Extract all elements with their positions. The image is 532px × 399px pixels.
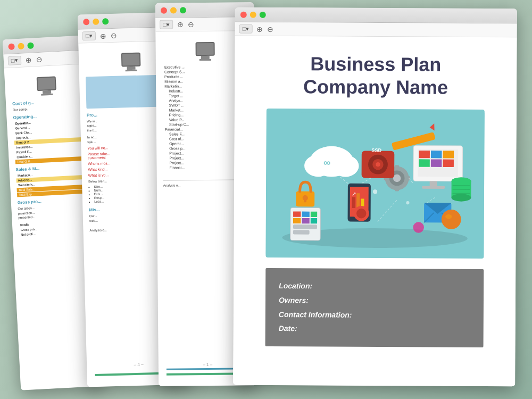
svg-rect-47 [293, 230, 310, 235]
svg-point-4 [331, 155, 359, 177]
close-button-1[interactable] [8, 43, 15, 50]
svg-rect-27 [395, 165, 399, 170]
svg-rect-42 [311, 212, 317, 217]
cover-footer: Location: Owners: Contact Information: D… [265, 268, 484, 347]
gross-text: Our gross...projection...presented... [18, 203, 88, 220]
svg-rect-38 [304, 198, 306, 202]
tech-svg: ∞ [265, 109, 484, 259]
svg-rect-14 [430, 181, 437, 187]
footer-location: Location: [279, 279, 470, 294]
svg-point-63 [413, 222, 424, 234]
business-plan-title: Business Plan Company Name [261, 52, 490, 99]
titlebar-4 [235, 7, 517, 24]
svg-rect-46 [293, 225, 317, 229]
minimize-button-4[interactable] [250, 11, 256, 18]
svg-rect-11 [419, 160, 430, 167]
maximize-button-1[interactable] [27, 42, 34, 49]
maximize-button-2[interactable] [102, 18, 109, 24]
svg-rect-21 [356, 194, 360, 209]
close-button-4[interactable] [240, 11, 247, 18]
svg-rect-44 [302, 218, 309, 223]
svg-point-26 [393, 174, 401, 182]
minimize-button-2[interactable] [93, 18, 99, 24]
footer-owners: Owners: [279, 293, 470, 308]
document-window-4: □▾ ⊕ ⊖ Business Plan Company Name [233, 7, 517, 387]
zoom-out-icon-2[interactable]: ⊖ [110, 31, 117, 39]
svg-rect-8 [419, 151, 430, 158]
svg-rect-20 [352, 197, 355, 209]
svg-rect-40 [293, 212, 301, 217]
svg-point-64 [373, 190, 377, 194]
minimize-button-1[interactable] [18, 43, 24, 49]
view-button-1[interactable]: □▾ [7, 56, 21, 65]
svg-point-66 [406, 201, 409, 204]
footer-contact: Contact Information: [279, 307, 470, 322]
svg-text:SSD: SSD [371, 148, 381, 153]
svg-rect-9 [431, 151, 442, 158]
maximize-button-3[interactable] [180, 7, 186, 13]
svg-rect-10 [443, 151, 454, 159]
close-button-2[interactable] [83, 19, 89, 25]
zoom-out-icon-1[interactable]: ⊖ [36, 55, 43, 64]
footer-date: Date: [279, 321, 470, 336]
zoom-in-icon-2[interactable]: ⊕ [99, 31, 106, 40]
svg-rect-13 [443, 160, 454, 167]
svg-rect-30 [406, 176, 410, 180]
svg-text:∞: ∞ [323, 157, 330, 168]
cover-image: ∞ [265, 109, 484, 259]
view-button-3[interactable]: □▾ [160, 20, 173, 29]
svg-rect-28 [395, 187, 399, 192]
zoom-in-icon-1[interactable]: ⊕ [25, 55, 32, 64]
svg-rect-12 [431, 160, 442, 167]
svg-rect-41 [302, 212, 309, 217]
view-button-4[interactable]: □▾ [239, 24, 253, 34]
minimize-button-3[interactable] [170, 7, 177, 13]
svg-rect-43 [293, 218, 301, 223]
toolbar-4: □▾ ⊕ ⊖ [235, 22, 517, 38]
view-button-2[interactable]: □▾ [82, 31, 96, 41]
svg-point-34 [376, 162, 380, 167]
svg-rect-15 [422, 186, 445, 189]
svg-rect-45 [311, 218, 317, 223]
close-button-3[interactable] [161, 7, 167, 13]
svg-point-62 [356, 209, 367, 219]
svg-point-60 [445, 214, 452, 219]
zoom-out-icon-4[interactable]: ⊖ [267, 24, 273, 33]
svg-point-65 [349, 171, 352, 174]
zoom-in-icon-4[interactable]: ⊕ [256, 24, 263, 33]
maximize-button-4[interactable] [260, 11, 266, 18]
svg-point-59 [442, 210, 461, 229]
zoom-out-icon-3[interactable]: ⊖ [188, 20, 194, 29]
svg-text:↗: ↗ [352, 192, 356, 197]
zoom-in-icon-3[interactable]: ⊕ [177, 20, 184, 29]
document-content-4: Business Plan Company Name ∞ [233, 36, 517, 387]
monitor-icon-1 [11, 75, 82, 97]
